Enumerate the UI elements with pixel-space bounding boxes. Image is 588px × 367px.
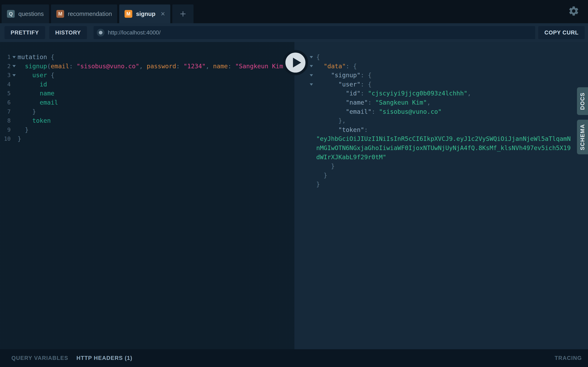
fold-arrow-icon[interactable] — [308, 71, 315, 80]
code-line: 1mutation { — [0, 53, 294, 62]
tracing-tab[interactable]: TRACING — [555, 355, 582, 361]
code-text: "signup": { — [316, 71, 372, 80]
toolbar: PRETTIFY HISTORY http://localhost:4000/ … — [0, 23, 588, 42]
docs-side-tab[interactable]: DOCS — [577, 87, 588, 115]
bottom-bar: QUERY VARIABLES HTTP HEADERS (1) TRACING — [0, 349, 588, 367]
tab-bar: QquestionsMrecommendationMsignup× + — [0, 0, 588, 23]
code-text: dWIrXJKabL9f29r0tM" — [316, 153, 386, 162]
code-line: 8 token — [0, 116, 294, 125]
code-text: } — [316, 171, 327, 180]
settings-gear-icon[interactable] — [568, 5, 579, 17]
tab-label: questions — [18, 11, 44, 17]
query-variables-tab[interactable]: QUERY VARIABLES — [11, 355, 68, 361]
code-line: nMGIwOTN6NGxjaGhoIiwiaWF0IjoxNTUwNjUyNjA… — [294, 143, 588, 153]
code-text: } — [17, 107, 36, 117]
code-text: "data": { — [316, 62, 357, 71]
history-button[interactable]: HISTORY — [49, 26, 87, 39]
execute-query-button[interactable] — [283, 50, 308, 75]
plus-icon: + — [180, 8, 186, 20]
fold-slot — [308, 143, 315, 153]
tab-recommendation[interactable]: Mrecommendation — [51, 4, 117, 23]
http-headers-tab[interactable]: HTTP HEADERS (1) — [77, 355, 132, 361]
code-line: "user": { — [294, 80, 588, 89]
tab-signup[interactable]: Msignup× — [119, 4, 170, 23]
response-json: { "data": { "signup": { "user": { "id": … — [294, 42, 588, 189]
fold-arrow-icon[interactable] — [11, 56, 17, 58]
line-number: 2 — [0, 62, 11, 71]
line-number: 10 — [0, 134, 11, 143]
fold-arrow-icon[interactable] — [11, 74, 17, 76]
new-tab-button[interactable]: + — [172, 4, 194, 23]
fold-slot — [308, 180, 315, 189]
fold-arrow-icon[interactable] — [308, 62, 315, 71]
code-text: } — [316, 180, 320, 189]
fold-slot — [308, 107, 315, 117]
code-text: { — [316, 53, 320, 62]
line-number: 9 — [0, 125, 11, 134]
code-line: 7 } — [0, 107, 294, 117]
fold-slot — [308, 98, 315, 107]
fold-slot — [308, 125, 315, 134]
code-line: }, — [294, 116, 588, 125]
code-text: mutation { — [17, 53, 54, 62]
fold-arrow-icon[interactable] — [11, 65, 17, 67]
line-number: 6 — [0, 98, 11, 107]
tabs-container: QquestionsMrecommendationMsignup× — [2, 4, 170, 23]
code-line: "token": — [294, 125, 588, 134]
operation-type-badge: M — [56, 10, 64, 18]
fold-slot — [308, 134, 315, 143]
code-text: "token": — [316, 125, 368, 134]
prettify-button[interactable]: PRETTIFY — [4, 26, 45, 39]
code-text: user { — [17, 71, 54, 80]
code-line: "signup": { — [294, 71, 588, 80]
line-number: 7 — [0, 107, 11, 117]
fold-slot — [308, 162, 315, 171]
endpoint-url-text: http://localhost:4000/ — [108, 29, 160, 36]
code-text: id — [17, 80, 47, 89]
fold-arrow-icon[interactable] — [308, 80, 315, 89]
code-line: 4 id — [0, 80, 294, 89]
code-text: token — [17, 116, 51, 125]
fold-slot — [308, 116, 315, 125]
code-text: signup(email: "sisobus@vuno.co", passwor… — [17, 62, 294, 71]
code-line: } — [294, 162, 588, 171]
code-line: 10} — [0, 134, 294, 143]
play-icon — [293, 58, 301, 67]
fold-slot — [308, 171, 315, 180]
code-text: } — [316, 162, 335, 171]
endpoint-url-input[interactable]: http://localhost:4000/ — [94, 26, 535, 39]
query-editor-pane[interactable]: 1mutation {2 signup(email: "sisobus@vuno… — [0, 42, 294, 349]
code-line: dWIrXJKabL9f29r0tM" — [294, 153, 588, 162]
code-line: "id": "cjscyiyi9jjcg0b093z4lchhh", — [294, 89, 588, 98]
fold-arrow-icon[interactable] — [308, 53, 315, 62]
code-text: email — [17, 98, 58, 107]
code-text: } — [17, 125, 29, 134]
fold-slot — [308, 153, 315, 162]
code-line: "data": { — [294, 62, 588, 71]
tab-questions[interactable]: Qquestions — [2, 4, 49, 23]
code-line: "name": "Sangkeun Kim", — [294, 98, 588, 107]
tab-label: signup — [136, 11, 155, 17]
code-line: 6 email — [0, 98, 294, 107]
code-line: 2 signup(email: "sisobus@vuno.co", passw… — [0, 62, 294, 71]
fold-slot — [308, 89, 315, 98]
code-line: 5 name — [0, 89, 294, 98]
code-text: }, — [316, 116, 346, 125]
code-line: } — [294, 171, 588, 180]
code-line: "eyJhbGciOiJIUzI1NiIsInR5cCI6IkpXVCJ9.ey… — [294, 134, 588, 143]
tab-label: recommendation — [68, 11, 112, 17]
code-line: { — [294, 53, 588, 62]
code-line: 9 } — [0, 125, 294, 134]
code-text: nMGIwOTN6NGxjaGhoIiwiaWF0IjoxNTUwNjUyNjA… — [316, 143, 571, 153]
code-text: "name": "Sangkeun Kim", — [316, 98, 431, 107]
code-line: } — [294, 180, 588, 189]
line-number: 5 — [0, 89, 11, 98]
schema-side-tab[interactable]: SCHEMA — [577, 120, 588, 154]
line-number: 8 — [0, 116, 11, 125]
close-tab-icon[interactable]: × — [161, 10, 165, 17]
connection-indicator-icon — [97, 29, 104, 36]
line-number: 4 — [0, 80, 11, 89]
operation-type-badge: M — [125, 10, 132, 18]
copy-curl-button[interactable]: COPY CURL — [538, 26, 585, 39]
line-number: 1 — [0, 53, 11, 62]
